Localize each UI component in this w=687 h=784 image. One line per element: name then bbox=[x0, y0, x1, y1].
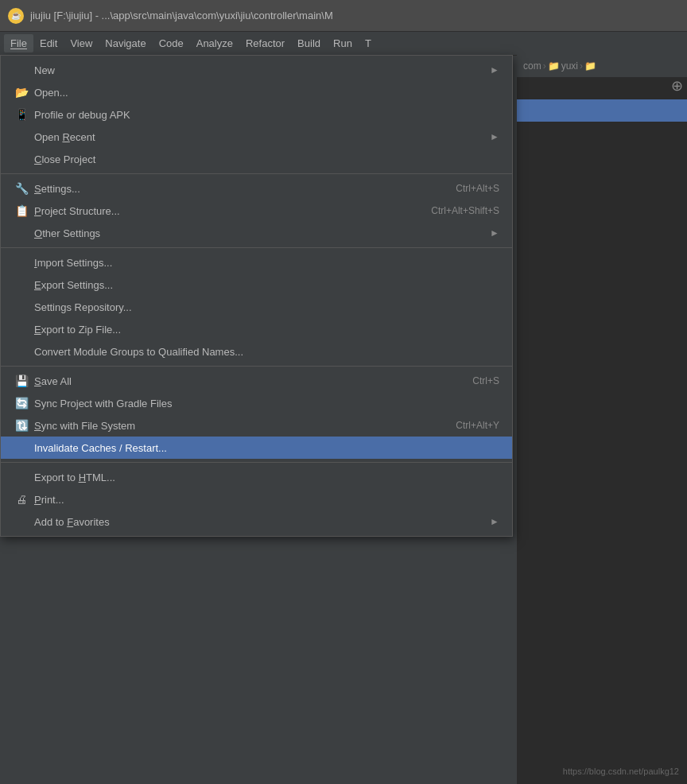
menu-item-profile-debug[interactable]: 📱 Profile or debug APK bbox=[1, 103, 512, 126]
other-settings-label: Other Settings bbox=[34, 227, 483, 239]
invalidate-caches-label: Invalidate Caches / Restart... bbox=[34, 442, 499, 454]
breadcrumb-yuxi: yuxi bbox=[561, 60, 578, 72]
menu-item-open-recent[interactable]: Open Recent ► bbox=[1, 126, 512, 148]
sync-gradle-label: Sync Project with Gradle Files bbox=[34, 398, 499, 409]
print-label: Print... bbox=[34, 494, 499, 506]
project-structure-label: Project Structure... bbox=[34, 205, 431, 217]
menu-build[interactable]: Build bbox=[291, 34, 327, 52]
section-settings: 🔧 Settings... Ctrl+Alt+S 📋 Project Struc… bbox=[1, 174, 512, 248]
other-settings-arrow: ► bbox=[490, 227, 499, 239]
menu-item-project-structure[interactable]: 📋 Project Structure... Ctrl+Alt+Shift+S bbox=[1, 200, 512, 222]
settings-shortcut: Ctrl+Alt+S bbox=[456, 183, 499, 194]
menu-item-open[interactable]: 📂 Open... bbox=[1, 81, 512, 103]
menu-item-convert-module[interactable]: Convert Module Groups to Qualified Names… bbox=[1, 340, 512, 363]
profile-icon: 📱 bbox=[14, 108, 29, 121]
section-save-sync: 💾 Save All Ctrl+S 🔄 Sync Project with Gr… bbox=[1, 367, 512, 463]
breadcrumb-sep1: › bbox=[543, 60, 546, 72]
sync-fs-icon: 🔃 bbox=[14, 419, 29, 432]
menu-item-export-settings[interactable]: Export Settings... bbox=[1, 274, 512, 296]
sync-fs-shortcut: Ctrl+Alt+Y bbox=[456, 420, 499, 431]
project-structure-icon: 📋 bbox=[14, 204, 29, 217]
menu-item-sync-gradle[interactable]: 🔄 Sync Project with Gradle Files bbox=[1, 392, 512, 414]
editor-tab-bar bbox=[517, 99, 687, 122]
save-all-label: Save All bbox=[34, 375, 472, 387]
section-open: New ► 📂 Open... 📱 Profile or debug APK O… bbox=[1, 56, 512, 174]
title-bar: ☕ jiujiu [F:\jiujiu] - ...\app\src\main\… bbox=[0, 0, 687, 32]
export-settings-label: Export Settings... bbox=[34, 279, 499, 291]
menu-item-other-settings[interactable]: Other Settings ► bbox=[1, 222, 512, 244]
open-label: Open... bbox=[34, 87, 499, 99]
settings-repo-label: Settings Repository... bbox=[34, 301, 499, 313]
breadcrumb-folder-icon2: 📁 bbox=[584, 60, 596, 72]
menu-view[interactable]: View bbox=[64, 34, 99, 52]
settings-label: Settings... bbox=[34, 183, 456, 195]
add-tab-button[interactable]: ⊕ bbox=[671, 77, 683, 95]
breadcrumb-sep2: › bbox=[580, 60, 583, 72]
menu-item-close-project[interactable]: Close Project bbox=[1, 148, 512, 170]
menu-item-save-all[interactable]: 💾 Save All Ctrl+S bbox=[1, 370, 512, 392]
title-text: jiujiu [F:\jiujiu] - ...\app\src\main\ja… bbox=[30, 10, 333, 21]
menu-tools[interactable]: T bbox=[359, 34, 378, 52]
menu-item-add-favorites[interactable]: Add to Favorites ► bbox=[1, 510, 512, 533]
breadcrumb-com: com bbox=[523, 60, 541, 72]
menu-item-settings[interactable]: 🔧 Settings... Ctrl+Alt+S bbox=[1, 177, 512, 200]
menu-file[interactable]: File bbox=[4, 34, 33, 52]
export-html-label: Export to HTML... bbox=[34, 472, 499, 483]
open-icon: 📂 bbox=[14, 86, 29, 99]
add-favorites-arrow: ► bbox=[490, 516, 499, 527]
section-export-print: Export to HTML... 🖨 Print... Add to Favo… bbox=[1, 463, 512, 536]
new-label: New bbox=[34, 64, 483, 76]
menu-run[interactable]: Run bbox=[327, 34, 359, 52]
watermark: https://blog.csdn.net/paulkg12 bbox=[563, 767, 679, 776]
menu-item-export-html[interactable]: Export to HTML... bbox=[1, 466, 512, 488]
menu-item-settings-repository[interactable]: Settings Repository... bbox=[1, 296, 512, 318]
menu-code[interactable]: Code bbox=[153, 34, 190, 52]
menu-bar: File Edit View Navigate Code Analyze Ref… bbox=[0, 32, 687, 56]
breadcrumb: com › 📁 yuxi › 📁 bbox=[517, 55, 687, 77]
breadcrumb-folder-icon: 📁 bbox=[548, 60, 560, 72]
settings-icon: 🔧 bbox=[14, 182, 29, 195]
file-dropdown-menu: New ► 📂 Open... 📱 Profile or debug APK O… bbox=[0, 55, 513, 537]
open-recent-label: Open Recent bbox=[34, 131, 483, 143]
menu-item-import-settings[interactable]: Import Settings... bbox=[1, 251, 512, 274]
menu-item-export-zip[interactable]: Export to Zip File... bbox=[1, 318, 512, 340]
menu-item-invalidate-caches[interactable]: Invalidate Caches / Restart... bbox=[1, 437, 512, 459]
export-zip-label: Export to Zip File... bbox=[34, 324, 499, 336]
convert-module-label: Convert Module Groups to Qualified Names… bbox=[34, 346, 499, 358]
menu-item-new[interactable]: New ► bbox=[1, 59, 512, 81]
profile-label: Profile or debug APK bbox=[34, 109, 499, 121]
menu-navigate[interactable]: Navigate bbox=[99, 34, 152, 52]
close-project-label: Close Project bbox=[34, 153, 499, 165]
section-import-export: Import Settings... Export Settings... Se… bbox=[1, 248, 512, 367]
save-all-icon: 💾 bbox=[14, 375, 29, 387]
open-recent-arrow: ► bbox=[490, 131, 499, 142]
right-panel: com › 📁 yuxi › 📁 ⊕ bbox=[517, 55, 687, 784]
menu-refactor[interactable]: Refactor bbox=[239, 34, 291, 52]
menu-item-sync-filesystem[interactable]: 🔃 Sync with File System Ctrl+Alt+Y bbox=[1, 414, 512, 437]
sync-fs-label: Sync with File System bbox=[34, 420, 456, 432]
menu-edit[interactable]: Edit bbox=[33, 34, 64, 52]
add-favorites-label: Add to Favorites bbox=[34, 516, 483, 528]
import-settings-label: Import Settings... bbox=[34, 257, 499, 269]
menu-analyze[interactable]: Analyze bbox=[190, 34, 239, 52]
new-arrow: ► bbox=[490, 64, 499, 76]
project-structure-shortcut: Ctrl+Alt+Shift+S bbox=[431, 205, 499, 216]
print-icon: 🖨 bbox=[14, 493, 29, 506]
menu-item-print[interactable]: 🖨 Print... bbox=[1, 488, 512, 510]
sync-gradle-icon: 🔄 bbox=[14, 397, 29, 409]
save-all-shortcut: Ctrl+S bbox=[472, 375, 499, 386]
app-icon: ☕ bbox=[8, 8, 24, 24]
